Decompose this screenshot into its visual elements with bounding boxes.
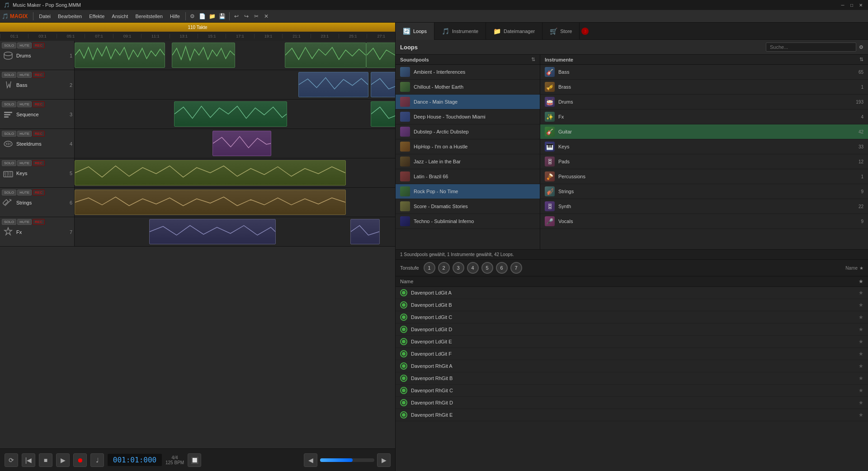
soundpools-expand-icon[interactable]: ⇅	[531, 57, 535, 62]
instruments-expand-icon[interactable]: ⇅	[859, 57, 863, 62]
list-item[interactable]: Rock Pop - No Time	[396, 184, 540, 199]
loop-star[interactable]: ★	[859, 290, 863, 296]
list-item[interactable]: 🪘 Percussions 1	[540, 169, 868, 184]
tab-dateimanager[interactable]: 📁 Dateimanager	[486, 23, 542, 40]
solo-button[interactable]: SOLO	[2, 72, 16, 78]
list-item[interactable]: ✨ Fx 4	[540, 109, 868, 124]
tonstufe-btn-3[interactable]: 3	[453, 262, 464, 274]
toolbar-save-btn[interactable]: 💾	[217, 11, 227, 21]
loop-star[interactable]: ★	[859, 338, 863, 345]
loop-star[interactable]: ★	[859, 326, 863, 333]
prev-marker[interactable]: ◀	[304, 453, 317, 467]
menu-effekte[interactable]: Effekte	[85, 13, 108, 20]
list-item[interactable]: 🎛 Pads 12	[540, 154, 868, 169]
list-item[interactable]: Techno - Subliminal Inferno	[396, 214, 540, 229]
list-item[interactable]: Jazz - Late in the Bar	[396, 154, 540, 169]
menu-datei[interactable]: Datei	[35, 13, 54, 20]
loop-item[interactable]: Davenport LdGit A ★	[396, 287, 868, 299]
solo-button[interactable]: SOLO	[2, 219, 16, 225]
loops-search-input[interactable]	[766, 43, 856, 52]
loop-item[interactable]: Davenport RhGit E ★	[396, 409, 868, 421]
close-button[interactable]: ✕	[857, 1, 864, 9]
snap-button[interactable]: 🔲	[188, 453, 201, 467]
tonstufe-btn-1[interactable]: 1	[424, 262, 435, 274]
list-item[interactable]: 🎤 Vocals 9	[540, 214, 868, 229]
list-item[interactable]: Dubstep - Arctic Dubstep	[396, 124, 540, 139]
rec-button[interactable]: REC	[33, 43, 45, 48]
mute-button[interactable]: HUTE	[17, 219, 32, 225]
record-button[interactable]: ⏺	[73, 453, 87, 467]
toolbar-new-btn[interactable]: 📄	[198, 11, 208, 21]
tab-instrumente[interactable]: 🎵 Instrumente	[434, 23, 486, 40]
solo-button[interactable]: SOLO	[2, 101, 16, 107]
tab-loops[interactable]: 🔄 Loops	[396, 23, 434, 40]
solo-button[interactable]: SOLO	[2, 131, 16, 137]
tonstufe-btn-7[interactable]: 7	[510, 262, 522, 274]
loop-star[interactable]: ★	[859, 314, 863, 320]
begin-button[interactable]: |◀	[22, 453, 35, 467]
track-content-keys[interactable]	[75, 158, 395, 187]
loop-item[interactable]: Davenport RhGit D ★	[396, 397, 868, 409]
menu-hilfe[interactable]: Hilfe	[166, 13, 184, 20]
solo-button[interactable]: SOLO	[2, 160, 16, 166]
list-item[interactable]: Deep House - Touchdown Miami	[396, 109, 540, 124]
loop-item[interactable]: Davenport LdGit D ★	[396, 324, 868, 336]
tonstufe-btn-2[interactable]: 2	[438, 262, 450, 274]
loop-star[interactable]: ★	[859, 375, 863, 381]
loop-item[interactable]: Davenport RhGit C ★	[396, 385, 868, 397]
track-content-bass[interactable]	[75, 70, 395, 99]
list-item[interactable]: Dance - Main Stage	[396, 95, 540, 109]
track-content-steeldrums[interactable]	[75, 129, 395, 158]
list-item[interactable]: Score - Dramatic Stories	[396, 199, 540, 214]
menu-ansicht[interactable]: Ansicht	[108, 13, 132, 20]
list-item[interactable]: 🎸 Bass 65	[540, 65, 868, 80]
minimize-button[interactable]: ─	[839, 1, 846, 9]
rec-button[interactable]: REC	[33, 160, 45, 166]
list-item[interactable]: HipHop - I'm on a Hustle	[396, 139, 540, 154]
toolbar-open-btn[interactable]: 📁	[208, 11, 217, 21]
track-content-sequence[interactable]	[75, 100, 395, 128]
mute-button[interactable]: HUTE	[17, 72, 32, 78]
loop-item[interactable]: Davenport LdGit E ★	[396, 336, 868, 348]
loop-item[interactable]: Davenport RhGit A ★	[396, 360, 868, 372]
loop-button[interactable]: ⟳	[5, 453, 18, 467]
toolbar-settings-btn[interactable]: ⚙	[188, 11, 198, 21]
list-item[interactable]: 🎸 Guitar 42	[540, 124, 868, 139]
stop-button[interactable]: ■	[39, 453, 52, 467]
loop-item[interactable]: Davenport LdGit F ★	[396, 348, 868, 360]
play-button[interactable]: ▶	[56, 453, 70, 467]
tonstufe-btn-4[interactable]: 4	[467, 262, 479, 274]
loop-star[interactable]: ★	[859, 351, 863, 357]
toolbar-undo-btn[interactable]: ↩	[231, 11, 241, 21]
rec-button[interactable]: REC	[33, 131, 45, 137]
list-item[interactable]: 🎻 Strings 9	[540, 184, 868, 199]
track-content-fx[interactable]	[75, 217, 395, 246]
list-item[interactable]: Latin - Brazil 66	[396, 169, 540, 184]
toolbar-x-btn[interactable]: ✕	[261, 11, 271, 21]
list-item[interactable]: 🎛 Synth 22	[540, 199, 868, 214]
loop-star[interactable]: ★	[859, 363, 863, 369]
mute-button[interactable]: HUTE	[17, 101, 32, 107]
loop-star[interactable]: ★	[859, 302, 863, 308]
rec-button[interactable]: REC	[33, 101, 45, 107]
solo-button[interactable]: SOLO	[2, 43, 16, 48]
track-content-drums[interactable]	[75, 41, 395, 70]
rec-button[interactable]: REC	[33, 72, 45, 78]
maximize-button[interactable]: □	[848, 1, 855, 9]
timeline-bar[interactable]: 110 Takte	[0, 23, 395, 32]
mute-button[interactable]: HUTE	[17, 131, 32, 137]
track-content-strings[interactable]	[75, 188, 395, 217]
next-marker[interactable]: ▶	[377, 453, 391, 467]
loops-settings-icon[interactable]: ⚙	[859, 44, 863, 50]
metronome-button[interactable]: ♩	[90, 453, 104, 467]
solo-button[interactable]: SOLO	[2, 190, 16, 195]
menu-bearbeiten[interactable]: Bearbeiten	[54, 13, 85, 20]
loop-star[interactable]: ★	[859, 412, 863, 418]
rec-button[interactable]: REC	[33, 219, 45, 225]
tonstufe-btn-5[interactable]: 5	[481, 262, 493, 274]
mute-button[interactable]: HUTE	[17, 190, 32, 195]
list-item[interactable]: 🎹 Keys 33	[540, 139, 868, 154]
loop-item[interactable]: Davenport RhGit B ★	[396, 372, 868, 385]
tonstufe-btn-6[interactable]: 6	[496, 262, 508, 274]
menu-bereitstellen[interactable]: Bereitstellen	[132, 13, 166, 20]
